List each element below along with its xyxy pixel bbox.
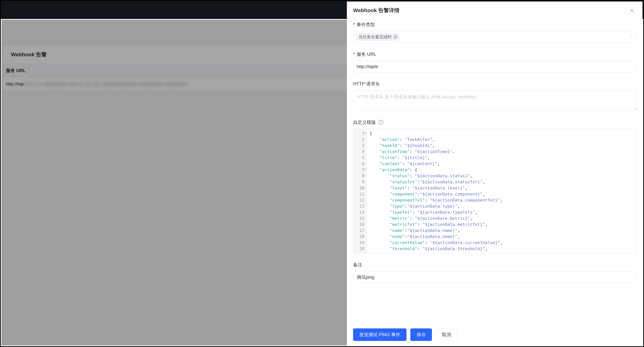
template-code-editor[interactable]: 1234567891011121314151617181920 { "actio… [353,129,636,253]
label-remark: 备注 [353,262,636,268]
label-event-type: 事件类型 [353,22,636,28]
label-custom-template: 自定义模版 ? [353,119,636,125]
remark-input[interactable] [353,271,636,283]
send-test-ping-button[interactable]: 发送测试 PING 事件 [353,328,406,341]
close-button[interactable] [629,8,635,14]
help-icon[interactable]: ? [378,120,384,125]
event-type-select[interactable]: 当任务全量完成时 [353,31,636,43]
label-custom-template-text: 自定义模版 [353,119,376,125]
close-icon [630,8,634,13]
event-type-tag-label: 当任务全量完成时 [358,34,392,40]
label-service-url: 服务 URL [353,51,636,57]
tag-remove-button[interactable] [393,35,398,39]
webhook-detail-drawer: Webhook 告警详情 事件类型 当任务全量完成时 [347,2,642,345]
cancel-button[interactable]: 取消 [436,328,457,341]
http-headers-textarea[interactable] [353,90,636,110]
save-button[interactable]: 保存 [410,328,432,341]
service-url-input[interactable] [353,61,636,73]
close-icon [394,36,396,38]
drawer-title: Webhook 告警详情 [353,7,400,14]
event-type-tag: 当任务全量完成时 [356,33,399,41]
chevron-down-icon [630,35,634,39]
label-http-headers: HTTP 请求头 [353,81,636,87]
